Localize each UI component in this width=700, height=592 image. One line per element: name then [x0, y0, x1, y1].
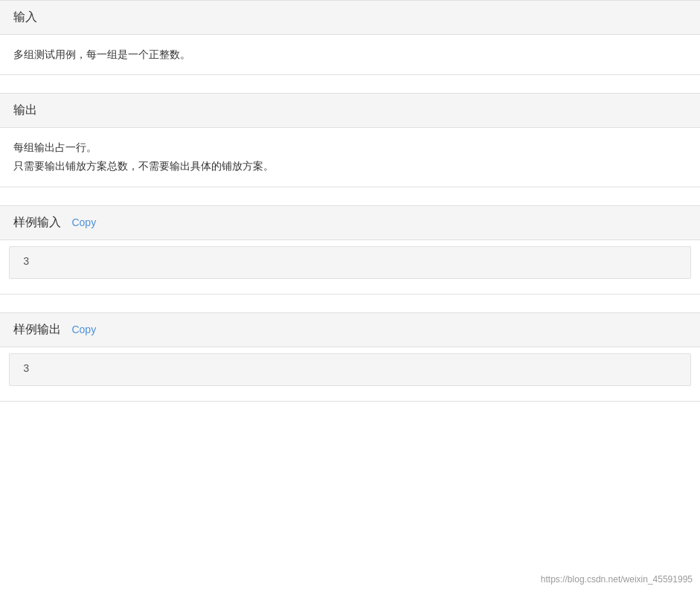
output-body-line1: 每组输出占一行。: [13, 138, 687, 157]
input-body-line1: 多组测试用例，每一组是一个正整数。: [13, 45, 687, 64]
sample-output-code: 3: [9, 353, 691, 386]
output-section: 输出 每组输出占一行。 只需要输出铺放方案总数，不需要输出具体的铺放方案。: [0, 93, 700, 187]
output-section-header: 输出: [0, 94, 700, 128]
sample-output-title: 样例输出 Copy: [13, 323, 96, 335]
input-section-body: 多组测试用例，每一组是一个正整数。: [0, 35, 700, 74]
sample-input-section: 样例输入 Copy 3: [0, 205, 700, 295]
output-body-line2: 只需要输出铺放方案总数，不需要输出具体的铺放方案。: [13, 157, 687, 176]
output-header-title: 输出: [13, 103, 37, 116]
watermark: https://blog.csdn.net/weixin_45591995: [541, 574, 693, 585]
sample-output-header: 样例输出 Copy: [0, 313, 700, 347]
output-section-body: 每组输出占一行。 只需要输出铺放方案总数，不需要输出具体的铺放方案。: [0, 128, 700, 186]
sample-input-copy-button[interactable]: Copy: [71, 216, 96, 228]
input-section: 输入 多组测试用例，每一组是一个正整数。: [0, 0, 700, 75]
sample-output-section: 样例输出 Copy 3: [0, 312, 700, 402]
sample-input-code: 3: [9, 246, 691, 279]
input-section-header: 输入: [0, 1, 700, 35]
sample-input-header: 样例输入 Copy: [0, 206, 700, 240]
sample-input-title: 样例输入 Copy: [13, 216, 96, 228]
input-header-title: 输入: [13, 10, 37, 23]
sample-output-copy-button[interactable]: Copy: [71, 324, 96, 335]
